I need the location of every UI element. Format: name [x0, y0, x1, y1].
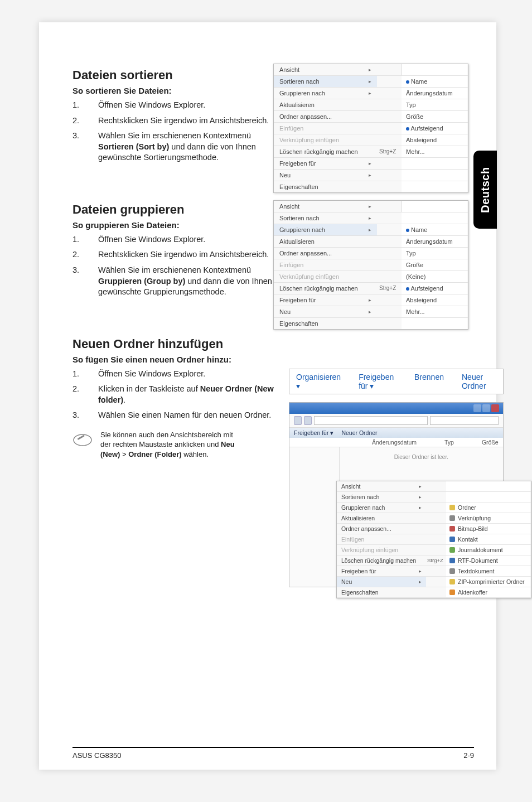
context-menu-sort: Ansicht▸ Sortieren nach▸ Name Gruppieren…: [273, 64, 468, 193]
page-footer: ASUS CG8350 2-9: [72, 747, 474, 760]
tb-burn[interactable]: Brennen: [414, 373, 444, 390]
tb-newfolder[interactable]: Neuer Ordner: [462, 373, 496, 390]
note-tip: Sie können auch den Ansichtsbereich mit …: [72, 430, 279, 460]
section-newfolder: Neuen Ordner hinzufügen So fügen Sie ein…: [72, 337, 474, 587]
explorer-window: Freigeben für ▾Neuer Ordner Änderungsdat…: [289, 402, 504, 587]
steps-newfolder: 1.Öffnen Sie Windows Explorer. 2.Klicken…: [72, 369, 279, 421]
tb-share[interactable]: Freigeben für ▾: [359, 373, 396, 390]
footer-right: 2-9: [463, 751, 474, 760]
subheading-newfolder: So fügen Sie einen neuen Ordner hinzu:: [72, 355, 474, 364]
context-menu-group: Ansicht▸ Sortieren nach▸ Gruppieren nach…: [273, 200, 468, 330]
heading-newfolder: Neuen Ordner hinzufügen: [72, 337, 474, 351]
footer-left: ASUS CG8350: [72, 751, 121, 760]
section-sort: Dateien sortieren So sortieren Sie Datei…: [72, 68, 474, 163]
language-tab: Deutsch: [473, 151, 497, 229]
tb-organize[interactable]: Organisieren ▾: [296, 373, 341, 390]
pencil-icon: [72, 430, 93, 452]
explorer-toolbar: Organisieren ▾ Freigeben für ▾ Brennen N…: [289, 369, 504, 394]
context-menu-new: Ansicht▸ Sortieren nach▸ Gruppieren nach…: [336, 481, 531, 598]
section-group: Dateien gruppieren So gruppieren Sie Dat…: [72, 202, 474, 298]
